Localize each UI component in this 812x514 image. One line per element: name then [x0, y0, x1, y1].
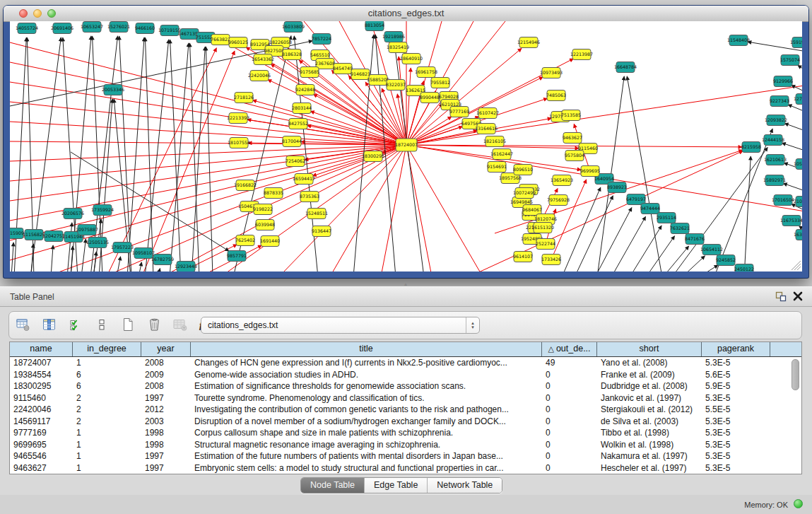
show-column-icon[interactable] [41, 315, 58, 334]
network-node[interactable]: 79756928 [547, 195, 570, 206]
network-node[interactable]: 9245852 [716, 255, 736, 266]
network-node[interactable]: 18724007 [395, 139, 418, 151]
network-node[interactable]: 7857224 [312, 34, 331, 45]
network-canvas-container[interactable]: 1405572420691406106532471527602194661601… [10, 21, 802, 271]
network-node[interactable]: 16782759 [151, 255, 174, 265]
network-node[interactable]: 2522744 [536, 239, 555, 250]
network-node[interactable]: 18325419 [387, 42, 409, 53]
column-header-short[interactable]: short [597, 342, 702, 356]
network-node[interactable]: 2450122 [734, 264, 754, 272]
network-node[interactable]: 9614107 [513, 252, 533, 262]
window-titlebar[interactable]: citations_edges.txt [4, 6, 808, 22]
table-settings-icon[interactable] [15, 315, 32, 334]
network-node[interactable]: 16210613 [764, 155, 787, 165]
table-row[interactable]: 2242004622012Investigating the contribut… [10, 404, 801, 416]
network-node[interactable]: 2935114 [657, 213, 676, 223]
network-node[interactable]: 8186328 [282, 49, 302, 60]
network-node[interactable]: 15248511 [305, 209, 328, 219]
network-node[interactable]: 18216105 [483, 136, 506, 147]
network-node[interactable]: 10654112 [700, 245, 723, 255]
vertical-scrollbar-thumb[interactable] [792, 359, 799, 390]
network-node[interactable]: 7632621 [670, 223, 690, 234]
network-node[interactable]: 8938923 [607, 182, 627, 193]
network-node[interactable]: 12444158 [762, 135, 784, 146]
table-selector-dropdown[interactable]: citations_edges.txt ▲▼ [201, 317, 480, 334]
network-node[interactable]: 10973493 [540, 68, 563, 78]
network-node[interactable]: 8454749 [333, 64, 353, 74]
select-all-columns-icon[interactable] [67, 315, 84, 334]
tab-edge-table[interactable]: Edge Table [365, 478, 428, 493]
network-node[interactable]: 10975887 [76, 225, 98, 235]
network-node[interactable]: 16543362 [252, 54, 274, 65]
network-node[interactable]: 16107427 [476, 108, 499, 119]
network-node[interactable]: 9466160 [135, 23, 155, 34]
network-node[interactable]: 7513585 [561, 110, 581, 121]
row-mode-icon[interactable] [93, 315, 110, 334]
network-node[interactable]: 13164616 [475, 124, 498, 134]
network-node[interactable]: 7955812 [430, 78, 450, 88]
network-node[interactable]: 8215958 [741, 142, 761, 153]
network-node[interactable]: 10541921 [794, 159, 802, 170]
network-node[interactable]: 8427552 [288, 119, 308, 129]
network-node[interactable]: 18640910 [400, 54, 423, 64]
new-document-icon[interactable] [119, 315, 136, 334]
network-node[interactable]: 9242848 [295, 85, 315, 95]
network-node[interactable]: 1575074 [780, 55, 800, 66]
network-node[interactable]: 9474444 [640, 204, 660, 214]
network-node[interactable]: 8322037 [386, 80, 406, 90]
network-node[interactable]: 12154946 [517, 37, 540, 48]
network-node[interactable]: 8735363 [300, 192, 319, 202]
network-node[interactable]: 16594417 [293, 174, 315, 185]
network-node[interactable]: 1733426 [541, 255, 561, 265]
network-node[interactable]: 10653247 [81, 22, 103, 33]
network-node[interactable]: 9575804 [565, 151, 584, 161]
network-node[interactable]: 9136447 [312, 226, 331, 237]
network-node[interactable]: 9198222 [253, 204, 273, 215]
network-node[interactable]: 17016504 [772, 195, 794, 206]
network-node[interactable]: 8990448 [420, 93, 440, 103]
network-node[interactable]: 16033809 [282, 22, 305, 33]
network-node[interactable]: 19166822 [234, 180, 257, 191]
network-node[interactable]: 14055724 [16, 23, 38, 34]
network-node[interactable]: 20206576 [61, 209, 84, 219]
network-node[interactable]: 8878335 [264, 188, 283, 199]
network-node[interactable]: 16162447 [490, 149, 513, 160]
table-row[interactable]: 1938455462009Genome-wide association stu… [10, 369, 801, 381]
network-node[interactable]: 9129966 [773, 76, 793, 87]
network-node[interactable]: 20053346 [102, 85, 124, 95]
table-row[interactable]: 977716911998Corpus callosum shape and si… [10, 427, 801, 439]
network-node[interactable]: 19218986 [382, 32, 405, 42]
network-node[interactable]: 7663822 [211, 35, 230, 45]
network-node[interactable]: 6039948 [255, 220, 275, 230]
delete-trash-icon[interactable] [146, 315, 163, 334]
network-node[interactable]: 8813054 [365, 21, 384, 31]
table-row[interactable]: 911546021997Tourette syndrome. Phenomeno… [10, 392, 801, 404]
column-header-title[interactable]: title [191, 342, 542, 356]
table-row[interactable]: 1456911722003Disruption of a novel membe… [10, 416, 801, 428]
network-node[interactable]: 7485063 [546, 90, 566, 101]
network-node[interactable]: 18300295 [362, 151, 384, 162]
network-node[interactable]: 9154691 [487, 162, 507, 173]
close-panel-icon[interactable] [792, 291, 804, 302]
network-node[interactable]: 8471676 [685, 234, 705, 245]
close-traffic-light-icon[interactable] [19, 9, 28, 18]
network-node[interactable]: 11548408 [727, 35, 750, 46]
network-node[interactable]: 18107554 [228, 138, 250, 148]
column-header-out_de[interactable]: △out_de... [542, 342, 597, 356]
network-node[interactable]: 16648784 [614, 62, 637, 73]
network-node[interactable]: 12093822 [765, 115, 787, 126]
tab-network-table[interactable]: Network Table [428, 478, 502, 493]
network-node[interactable]: 9227343 [770, 96, 789, 107]
network-node[interactable]: 16312445 [794, 230, 802, 240]
column-header-in_degree[interactable]: in_degree [73, 342, 141, 356]
network-node[interactable]: 2803144 [292, 103, 312, 114]
column-header-year[interactable]: year [141, 342, 191, 356]
network-node[interactable]: 12505135 [86, 238, 109, 248]
network-node[interactable]: 1691440 [260, 236, 280, 247]
zoom-traffic-light-icon[interactable] [47, 9, 56, 18]
network-node[interactable]: 7254062 [286, 156, 305, 167]
network-node[interactable]: 8170044 [282, 136, 302, 147]
table-row[interactable]: 946362711997Embryonic stem cells: a mode… [10, 462, 801, 474]
network-node[interactable]: 15276021 [107, 22, 130, 33]
window-resize-grip-icon[interactable] [792, 261, 801, 270]
